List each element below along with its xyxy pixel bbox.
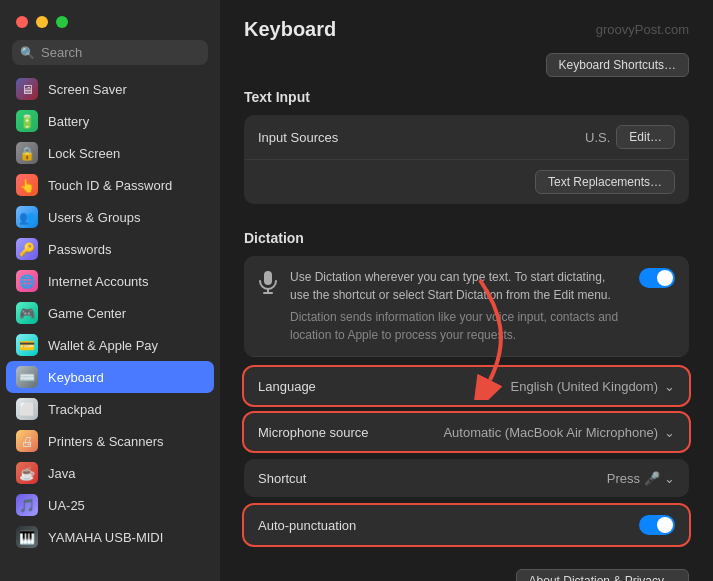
keyboard-shortcuts-button[interactable]: Keyboard Shortcuts… [546,53,689,77]
sidebar-item-label: Screen Saver [48,82,127,97]
sidebar-item-trackpad[interactable]: ⬜ Trackpad [6,393,214,425]
text-replacements-button[interactable]: Text Replacements… [535,170,675,194]
touch-id-icon: 👆 [16,174,38,196]
watermark: groovyPost.com [596,22,689,37]
sidebar-item-internet-accounts[interactable]: 🌐 Internet Accounts [6,265,214,297]
main-header: Keyboard groovyPost.com [220,0,713,53]
sidebar-item-label: Battery [48,114,89,129]
microphone-value: Automatic (MacBook Air Microphone) [443,425,658,440]
sidebar-item-label: YAMAHA USB-MIDI [48,530,163,545]
printers-icon: 🖨 [16,430,38,452]
edit-button[interactable]: Edit… [616,125,675,149]
sidebar-item-users-groups[interactable]: 👥 Users & Groups [6,201,214,233]
dictation-body: Use Dictation wherever you can type text… [290,268,627,344]
input-sources-card: Input Sources U.S. Edit… Text Replacemen… [244,115,689,204]
sidebar-item-keyboard[interactable]: ⌨️ Keyboard [6,361,214,393]
sidebar-item-touch-id[interactable]: 👆 Touch ID & Password [6,169,214,201]
sidebar-item-ua25[interactable]: 🎵 UA-25 [6,489,214,521]
language-value-group: English (United Kingdom) ⌄ [511,379,675,394]
traffic-lights [0,0,220,36]
microphone-shortcut-icon: 🎤 [644,471,660,486]
sidebar-item-label: UA-25 [48,498,85,513]
text-input-label: Text Input [244,89,689,105]
input-sources-row: Input Sources U.S. Edit… [244,115,689,160]
sidebar-item-game-center[interactable]: 🎮 Game Center [6,297,214,329]
dictation-toggle[interactable] [639,268,675,288]
yamaha-icon: 🎹 [16,526,38,548]
about-dictation-button[interactable]: About Dictation & Privacy… [516,569,689,581]
svg-rect-0 [264,271,272,285]
shortcut-value-group: Press 🎤 ⌄ [607,471,675,486]
auto-punctuation-row: Auto-punctuation [244,505,689,545]
users-icon: 👥 [16,206,38,228]
auto-punctuation-card: Auto-punctuation [244,505,689,545]
chevron-down-icon: ⌄ [664,379,675,394]
sidebar-item-screen-saver[interactable]: 🖥 Screen Saver [6,73,214,105]
shortcut-label: Shortcut [258,471,306,486]
sidebar-item-label: Keyboard [48,370,104,385]
sidebar-item-java[interactable]: ☕ Java [6,457,214,489]
language-card: Language English (United Kingdom) ⌄ [244,367,689,405]
top-bar: Keyboard Shortcuts… [220,53,713,89]
internet-icon: 🌐 [16,270,38,292]
sidebar-item-battery[interactable]: 🔋 Battery [6,105,214,137]
sidebar-item-label: Internet Accounts [48,274,148,289]
search-icon: 🔍 [20,46,35,60]
language-value: English (United Kingdom) [511,379,658,394]
sidebar: 🔍 Search 🖥 Screen Saver 🔋 Battery 🔒 Lock… [0,0,220,581]
language-row[interactable]: Language English (United Kingdom) ⌄ [244,367,689,405]
java-icon: ☕ [16,462,38,484]
shortcut-row[interactable]: Shortcut Press 🎤 ⌄ [244,459,689,497]
chevron-down-icon-shortcut: ⌄ [664,471,675,486]
sidebar-item-wallet-apple-pay[interactable]: 💳 Wallet & Apple Pay [6,329,214,361]
sidebar-item-lock-screen[interactable]: 🔒 Lock Screen [6,137,214,169]
battery-icon: 🔋 [16,110,38,132]
wallet-icon: 💳 [16,334,38,356]
sidebar-item-label: Users & Groups [48,210,140,225]
search-bar[interactable]: 🔍 Search [12,40,208,65]
bottom-section: About Dictation & Privacy… [220,569,713,581]
microphone-value-group: Automatic (MacBook Air Microphone) ⌄ [443,425,675,440]
sidebar-item-yamaha-usb-midi[interactable]: 🎹 YAMAHA USB-MIDI [6,521,214,553]
sidebar-item-label: Lock Screen [48,146,120,161]
main-content: Keyboard groovyPost.com Keyboard Shortcu… [220,0,713,581]
microphone-label: Microphone source [258,425,369,440]
sidebar-item-passwords[interactable]: 🔑 Passwords [6,233,214,265]
sidebar-item-label: Game Center [48,306,126,321]
text-replacements-row: Text Replacements… [244,160,689,204]
dictation-label: Dictation [244,230,689,246]
sidebar-item-printers-scanners[interactable]: 🖨 Printers & Scanners [6,425,214,457]
dictation-description-text: Use Dictation wherever you can type text… [290,268,627,304]
sidebar-item-label: Touch ID & Password [48,178,172,193]
shortcut-press-text: Press [607,471,640,486]
microphone-card: Microphone source Automatic (MacBook Air… [244,413,689,451]
lock-icon: 🔒 [16,142,38,164]
microphone-row[interactable]: Microphone source Automatic (MacBook Air… [244,413,689,451]
minimize-button[interactable] [36,16,48,28]
microphone-icon [258,270,278,298]
trackpad-icon: ⬜ [16,398,38,420]
input-sources-value: U.S. [585,130,610,145]
dictation-text-row: Use Dictation wherever you can type text… [244,256,689,357]
sidebar-item-label: Printers & Scanners [48,434,164,449]
page-title: Keyboard [244,18,336,41]
maximize-button[interactable] [56,16,68,28]
close-button[interactable] [16,16,28,28]
auto-punctuation-toggle[interactable] [639,515,675,535]
dictation-sub-text: Dictation sends information like your vo… [290,308,627,344]
chevron-down-icon-mic: ⌄ [664,425,675,440]
sidebar-list: 🖥 Screen Saver 🔋 Battery 🔒 Lock Screen 👆… [0,73,220,581]
passwords-icon: 🔑 [16,238,38,260]
game-center-icon: 🎮 [16,302,38,324]
shortcut-card: Shortcut Press 🎤 ⌄ [244,459,689,497]
input-sources-value-group: U.S. Edit… [585,125,675,149]
auto-punctuation-label: Auto-punctuation [258,518,356,533]
dictation-description-card: Use Dictation wherever you can type text… [244,256,689,357]
sidebar-item-label: Java [48,466,75,481]
ua25-icon: 🎵 [16,494,38,516]
keyboard-icon: ⌨️ [16,366,38,388]
input-sources-label: Input Sources [258,130,338,145]
search-input[interactable]: Search [41,45,82,60]
language-label: Language [258,379,316,394]
dictation-section: Dictation Use Dictation wherever you can… [220,230,713,569]
